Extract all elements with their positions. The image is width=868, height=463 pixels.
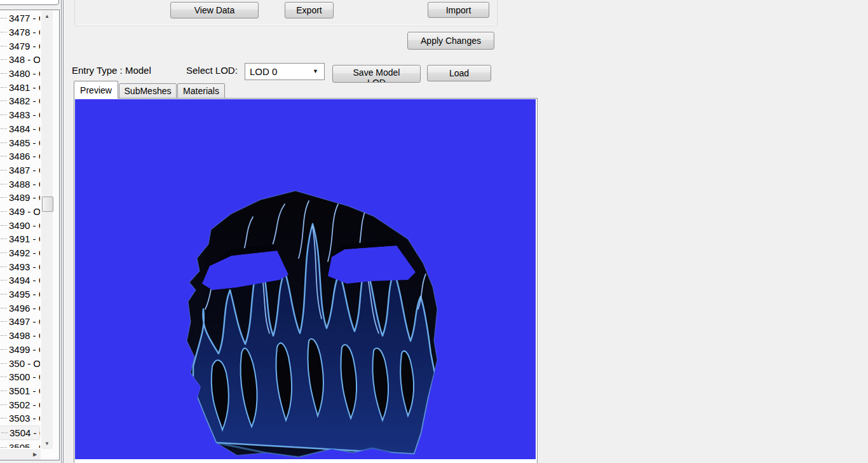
tree-item[interactable]: 3482 - C xyxy=(0,94,40,108)
save-model-lod-button[interactable]: Save Model LOD xyxy=(332,65,421,83)
tree-horizontal-scrollbar[interactable]: ▶ xyxy=(0,449,41,460)
tree-connector xyxy=(1,100,7,101)
tree-item-label: 3484 - C xyxy=(9,123,40,134)
model-viewer-window: 3477 - C3478 - C3479 - C348 - O3480 - C3… xyxy=(0,0,868,463)
tree-connector xyxy=(1,18,7,18)
tree-connector xyxy=(1,59,7,60)
tree-item[interactable]: 3496 - C xyxy=(0,301,40,315)
view-data-button[interactable]: View Data xyxy=(170,2,259,18)
tree-item-label: 350 - O xyxy=(9,358,40,369)
select-lod-label: Select LOD: xyxy=(186,65,238,76)
tree-connector xyxy=(1,114,7,115)
tree-item-label: 3487 - C xyxy=(9,165,40,176)
entry-tree-panel: 3477 - C3478 - C3479 - C348 - O3480 - C3… xyxy=(0,10,60,460)
tree-item[interactable]: 3484 - C xyxy=(0,122,40,136)
tree-connector xyxy=(1,321,7,322)
tree-connector xyxy=(1,280,7,280)
tree-connector xyxy=(1,377,7,377)
tree-item[interactable]: 3488 - C xyxy=(0,177,40,191)
tree-item-label: 3490 - C xyxy=(9,220,40,231)
tab-materials[interactable]: Materials xyxy=(177,83,225,99)
tree-item[interactable]: 3477 - C xyxy=(0,11,40,25)
scroll-down-icon[interactable]: ▼ xyxy=(41,438,53,449)
tree-item[interactable]: 3485 - C xyxy=(0,135,40,149)
tree-item-label: 3480 - C xyxy=(9,68,40,79)
tree-item-label: 3485 - C xyxy=(9,137,40,148)
tree-item[interactable]: 3492 - C xyxy=(0,246,40,260)
tree-item-label: 3498 - C xyxy=(9,330,40,341)
tree-item-label: 3491 - C xyxy=(9,233,40,244)
tree-item[interactable]: 3487 - C xyxy=(0,163,40,177)
lod-select-dropdown[interactable]: LOD 0 ▼ xyxy=(245,63,325,80)
divider-line xyxy=(62,0,62,463)
tree-item[interactable]: 3500 - C xyxy=(0,370,40,384)
tree-item[interactable]: 348 - O xyxy=(0,53,40,67)
export-button[interactable]: Export xyxy=(285,2,334,18)
tree-list: 3477 - C3478 - C3479 - C348 - O3480 - C3… xyxy=(0,11,40,448)
tree-connector xyxy=(1,73,7,74)
tree-item[interactable]: 3479 - C xyxy=(0,39,40,53)
tree-connector xyxy=(1,418,7,418)
import-button[interactable]: Import xyxy=(428,2,489,18)
tree-item[interactable]: 3495 - C xyxy=(0,287,40,301)
tree-connector xyxy=(1,349,7,350)
tree-item[interactable]: 349 - O xyxy=(0,205,40,219)
tree-connector xyxy=(1,197,7,198)
scroll-up-icon[interactable]: ▲ xyxy=(41,11,53,22)
tree-item[interactable]: 3494 - C xyxy=(0,273,40,287)
tree-connector xyxy=(1,46,7,46)
tree-item[interactable]: 3501 - C xyxy=(0,384,40,398)
tree-item[interactable]: 3497 - C xyxy=(0,315,40,329)
tree-connector xyxy=(1,32,7,32)
tab-preview[interactable]: Preview xyxy=(74,81,118,99)
tree-connector xyxy=(1,390,7,391)
tree-connector xyxy=(1,404,7,405)
tree-item-label: 349 - O xyxy=(9,206,40,217)
tree-item-label: 3505 - C xyxy=(9,442,40,448)
model-viewport[interactable] xyxy=(75,99,536,459)
tree-item-label: 3488 - C xyxy=(9,179,40,190)
tree-connector xyxy=(1,225,7,226)
scroll-right-icon[interactable]: ▶ xyxy=(30,449,40,460)
tree-item[interactable]: 350 - O xyxy=(0,356,40,370)
load-button[interactable]: Load xyxy=(427,65,491,81)
tree-item[interactable]: 3480 - C xyxy=(0,67,40,81)
tree-item-label: 348 - O xyxy=(9,54,40,65)
tree-connector xyxy=(1,252,7,253)
tree-item[interactable]: 3502 - C xyxy=(0,397,40,411)
tree-item[interactable]: 3503 - C xyxy=(0,411,40,425)
tree-item-label: 3489 - C xyxy=(9,192,40,203)
tree-item-label: 3502 - C xyxy=(9,399,40,410)
tree-item[interactable]: 3478 - C xyxy=(0,25,40,39)
tree-connector xyxy=(1,142,7,143)
tree-item[interactable]: 3498 - C xyxy=(0,329,40,343)
tree-item-label: 3481 - C xyxy=(9,82,40,93)
tree-item[interactable]: 3481 - C xyxy=(0,80,40,94)
tree-item-label: 3495 - C xyxy=(9,289,40,300)
tree-item-label: 3478 - C xyxy=(9,27,40,38)
tree-item[interactable]: 3504 - C xyxy=(0,425,40,441)
tree-item-label: 3493 - C xyxy=(9,261,40,272)
tree-connector xyxy=(1,238,7,239)
tree-connector xyxy=(1,184,7,184)
tree-item[interactable]: 3483 - C xyxy=(0,108,40,122)
tree-item[interactable]: 3499 - C xyxy=(0,343,40,357)
tree-item[interactable]: 3491 - C xyxy=(0,232,40,246)
tree-connector xyxy=(1,128,7,129)
tree-vertical-scrollbar[interactable]: ▲ ▼ xyxy=(41,11,53,449)
tab-submeshes[interactable]: SubMeshes xyxy=(119,83,177,99)
tree-connector xyxy=(1,363,7,364)
apply-changes-button[interactable]: Apply Changes xyxy=(407,32,494,50)
lod-selected-value: LOD 0 xyxy=(250,66,277,77)
tree-connector xyxy=(1,211,7,212)
tree-item[interactable]: 3505 - C xyxy=(0,440,40,448)
tree-connector xyxy=(1,308,7,308)
tree-item[interactable]: 3493 - C xyxy=(0,259,40,273)
vertical-scrollbar-thumb[interactable] xyxy=(42,197,53,212)
tree-connector xyxy=(1,87,7,88)
tree-item[interactable]: 3490 - C xyxy=(0,218,40,232)
tree-item[interactable]: 3486 - C xyxy=(0,149,40,163)
tree-item-label: 3479 - C xyxy=(9,41,40,52)
tree-item[interactable]: 3489 - C xyxy=(0,191,40,205)
save-model-lod-line2: LOD xyxy=(333,78,420,83)
